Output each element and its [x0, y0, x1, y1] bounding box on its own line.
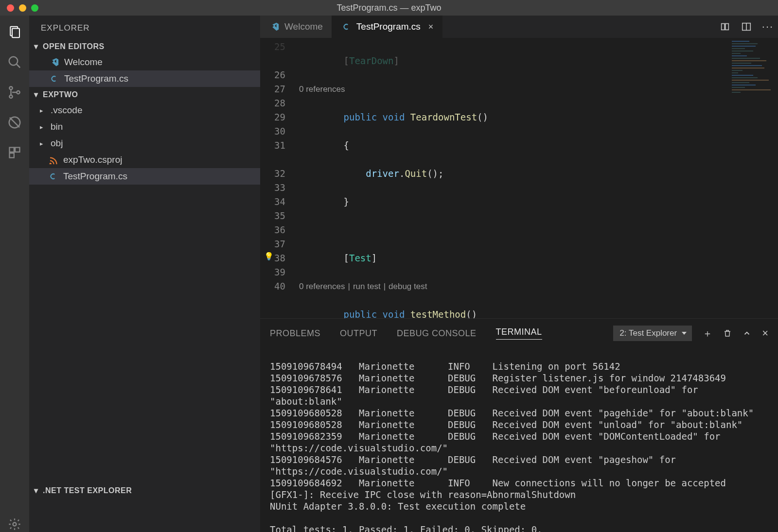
svg-point-6: [17, 91, 19, 94]
csharp-file-icon: [49, 73, 59, 84]
test-explorer-header[interactable]: ▾ .NET TEST EXPLORER: [29, 483, 260, 498]
svg-rect-10: [15, 148, 19, 152]
file-testprogram[interactable]: TestProgram.cs: [29, 168, 260, 185]
compare-icon[interactable]: [720, 21, 730, 32]
terminal-select[interactable]: 2: Test Explorer: [613, 326, 692, 341]
folder-bin[interactable]: ▸ bin: [29, 119, 260, 135]
close-panel-icon[interactable]: ×: [762, 327, 768, 340]
codelens-references[interactable]: 0 references: [299, 82, 345, 96]
close-tab-icon[interactable]: ×: [428, 22, 434, 32]
codelens-run-test[interactable]: run test: [353, 279, 381, 293]
settings-gear-icon[interactable]: [7, 516, 22, 532]
panel-tab-output[interactable]: OUTPUT: [340, 328, 377, 339]
extensions-icon[interactable]: [7, 145, 22, 160]
minimize-window-button[interactable]: [19, 4, 26, 12]
csharp-file-icon: [341, 21, 352, 32]
svg-rect-11: [10, 153, 14, 157]
code-content[interactable]: [TearDown] 0 references public void Tear…: [299, 38, 729, 318]
terminal-output[interactable]: 1509109678494 Marionette INFO Listening …: [260, 346, 778, 532]
kill-terminal-icon[interactable]: [723, 328, 732, 338]
vscode-file-icon: [49, 57, 59, 68]
svg-rect-9: [10, 148, 14, 152]
source-control-icon[interactable]: [7, 85, 22, 100]
panel-tabs: PROBLEMS OUTPUT DEBUG CONSOLE TERMINAL 2…: [260, 319, 778, 346]
search-icon[interactable]: [7, 54, 22, 70]
folder-obj[interactable]: ▸ obj: [29, 135, 260, 152]
explorer-title: EXPLORER: [29, 16, 260, 39]
window-title: TestProgram.cs — expTwo: [336, 3, 441, 13]
svg-point-2: [9, 57, 18, 66]
panel-tab-debug[interactable]: DEBUG CONSOLE: [397, 328, 477, 339]
sidebar-explorer: EXPLORER ▾ OPEN EDITORS Welcome TestProg…: [29, 16, 260, 532]
explorer-icon[interactable]: [7, 24, 22, 40]
chevron-right-icon: ▸: [40, 123, 47, 131]
more-icon[interactable]: ···: [762, 21, 773, 32]
window-controls: [0, 4, 38, 12]
debug-icon[interactable]: [7, 115, 22, 130]
chevron-right-icon: ▸: [40, 140, 47, 147]
panel-tab-terminal[interactable]: TERMINAL: [496, 327, 542, 340]
chevron-down-icon: ▾: [34, 42, 40, 51]
open-editor-testprogram[interactable]: TestProgram.cs: [29, 70, 260, 87]
editor-area: Welcome TestProgram.cs × ···: [260, 16, 778, 532]
svg-line-3: [17, 64, 20, 68]
vscode-file-icon: [269, 21, 280, 32]
chevron-down-icon: ▾: [34, 486, 40, 495]
bottom-panel: PROBLEMS OUTPUT DEBUG CONSOLE TERMINAL 2…: [260, 318, 778, 532]
svg-rect-14: [722, 24, 725, 30]
open-editors-header[interactable]: ▾ OPEN EDITORS: [29, 39, 260, 54]
editor-body[interactable]: 25 26 27 28 29 30 31 32 33 34 35 36 37 3…: [260, 38, 778, 318]
svg-point-5: [9, 95, 12, 98]
close-window-button[interactable]: [7, 4, 14, 12]
titlebar: TestProgram.cs — expTwo: [0, 0, 778, 16]
svg-point-13: [50, 163, 51, 164]
open-editor-welcome[interactable]: Welcome: [29, 54, 260, 70]
maximize-window-button[interactable]: [31, 4, 38, 12]
panel-tab-problems[interactable]: PROBLEMS: [270, 328, 320, 339]
minimap[interactable]: [729, 38, 778, 318]
tab-welcome[interactable]: Welcome: [260, 16, 332, 38]
svg-point-4: [9, 86, 12, 89]
svg-rect-15: [725, 24, 728, 30]
split-editor-icon[interactable]: [741, 21, 752, 32]
lightbulb-icon[interactable]: 💡: [264, 252, 274, 261]
maximize-panel-icon[interactable]: [743, 329, 751, 338]
chevron-right-icon: ▸: [40, 107, 47, 114]
svg-point-12: [13, 523, 17, 526]
workspace-header[interactable]: ▾ EXPTWO: [29, 87, 260, 102]
codelens-debug-test[interactable]: debug test: [389, 279, 427, 293]
chevron-down-icon: ▾: [34, 90, 40, 99]
csharp-file-icon: [48, 171, 58, 182]
folder-vscode[interactable]: ▸ .vscode: [29, 102, 260, 119]
new-terminal-icon[interactable]: ＋: [703, 327, 712, 340]
file-csproj[interactable]: expTwo.csproj: [29, 152, 260, 168]
xml-file-icon: [48, 154, 58, 165]
svg-line-8: [10, 118, 19, 127]
tab-testprogram[interactable]: TestProgram.cs ×: [332, 16, 443, 38]
activity-bar: [0, 16, 29, 532]
svg-rect-1: [12, 29, 19, 38]
tab-bar: Welcome TestProgram.cs × ···: [260, 16, 778, 38]
codelens-references[interactable]: 0 references: [299, 279, 345, 293]
